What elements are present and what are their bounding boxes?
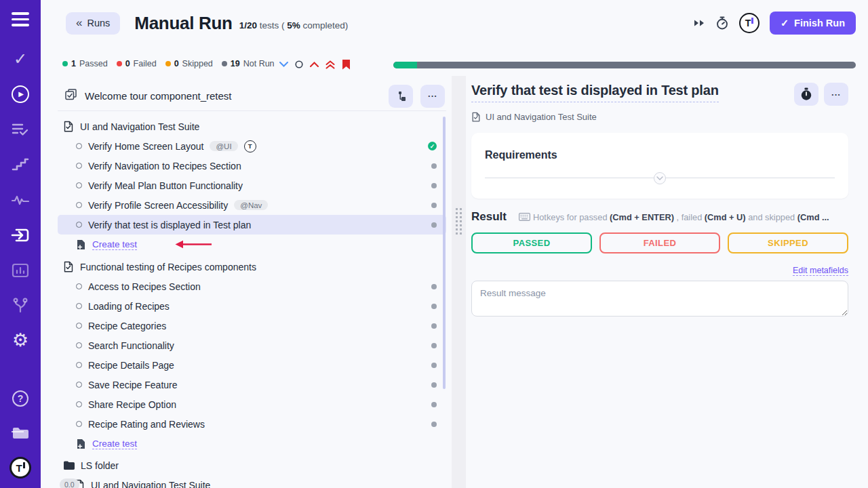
- fast-forward-icon[interactable]: [694, 18, 705, 28]
- top-header: « Runs Manual Run 1/20 tests ( 5% comple…: [41, 0, 868, 46]
- test-row[interactable]: Verify Profile Screen Accessibility @Nav: [58, 195, 446, 215]
- back-to-runs-button[interactable]: « Runs: [66, 12, 120, 35]
- passed-button[interactable]: PASSED: [471, 232, 592, 253]
- test-row[interactable]: Recipe Categories: [58, 316, 446, 336]
- test-circle-icon: [76, 382, 82, 388]
- page-title: Manual Run: [134, 13, 232, 34]
- finish-run-button[interactable]: ✓ Finish Run: [770, 12, 856, 35]
- not-run-dot: [431, 343, 437, 348]
- create-test-row: Create test: [58, 434, 446, 453]
- suite-row[interactable]: Functional testing of Recipes components: [58, 257, 446, 277]
- help-icon[interactable]: ?: [11, 389, 30, 408]
- test-tag-badge: @UI: [210, 141, 237, 151]
- chevron-up-icon[interactable]: [310, 62, 319, 67]
- folder-row[interactable]: LS folder: [58, 455, 446, 475]
- test-circle-icon: [76, 283, 82, 289]
- not-run-dot: [431, 382, 437, 388]
- requirements-title: Requirements: [485, 149, 835, 161]
- gear-icon[interactable]: ⚙: [11, 331, 30, 350]
- tree-more-button[interactable]: ...: [420, 85, 445, 108]
- test-row[interactable]: Recipe Rating and Reviews: [58, 414, 446, 434]
- test-circle-icon: [76, 163, 82, 169]
- pulse-icon[interactable]: [11, 190, 30, 209]
- tree-scrollbar[interactable]: [443, 117, 446, 389]
- test-circle-icon: [76, 182, 82, 188]
- test-row[interactable]: Verify Meal Plan Button Functionality: [58, 176, 446, 195]
- test-row[interactable]: Share Recipe Option: [58, 394, 446, 414]
- folder-nav-icon[interactable]: [11, 423, 30, 442]
- drag-grip-icon: [456, 208, 462, 235]
- not-run-dot: [431, 222, 437, 228]
- test-row[interactable]: Verify Navigation to Recipes Section: [58, 156, 446, 176]
- test-circle-icon: [76, 202, 82, 208]
- create-test-row: Create test: [58, 235, 446, 254]
- steps-icon[interactable]: [11, 155, 30, 174]
- suite-row[interactable]: UI and Navigation Test Suite: [58, 475, 446, 488]
- test-label: Recipe Details Page: [88, 360, 174, 371]
- create-test-link[interactable]: Create test: [92, 439, 137, 449]
- test-detail-title[interactable]: Verify that test is displayed in Test pl…: [471, 83, 719, 102]
- chevron-down-icon[interactable]: [279, 62, 288, 67]
- test-row[interactable]: Search Functionality: [58, 336, 446, 355]
- tree-view-button[interactable]: [389, 85, 413, 108]
- annotation-arrow-icon: [174, 240, 212, 249]
- check-icon: ✓: [781, 18, 789, 28]
- hotkeys-hint: Hotkeys for passed (Cmd + ENTER) , faile…: [519, 212, 848, 222]
- edit-metafields-link[interactable]: Edit metafields: [793, 266, 848, 276]
- test-tree-panel: Welcome tour component_retest ... UI and…: [58, 81, 446, 488]
- priority-filter-icons: [279, 59, 351, 70]
- legend-failed: 0Failed: [117, 59, 157, 68]
- suite-doc-icon: [63, 121, 74, 132]
- list-check-icon[interactable]: [11, 120, 30, 139]
- test-row[interactable]: Access to Recipes Section: [58, 277, 446, 296]
- timer-button[interactable]: [794, 83, 818, 106]
- header-testomat-logo[interactable]: T: [739, 13, 760, 33]
- test-circle-icon: [76, 421, 82, 427]
- requirements-divider: [485, 178, 835, 178]
- create-test-link[interactable]: Create test: [92, 239, 137, 250]
- stopwatch-icon[interactable]: [715, 16, 729, 30]
- test-row[interactable]: Verify Home Screen Layout @UI T ✓: [58, 136, 446, 156]
- test-row-selected[interactable]: Verify that test is displayed in Test pl…: [58, 215, 446, 235]
- hamburger-menu-icon[interactable]: [12, 12, 29, 26]
- not-run-dot: [431, 323, 437, 329]
- timer-icon: [800, 87, 812, 101]
- chart-icon[interactable]: [11, 261, 30, 280]
- double-chevron-up-icon[interactable]: [326, 60, 335, 69]
- skipped-button[interactable]: SKIPPED: [728, 232, 848, 253]
- test-label: Loading of Recipes: [88, 301, 170, 312]
- tests-progress-text: 1/20 tests ( 5% completed): [239, 20, 349, 30]
- progress-fill: [393, 62, 417, 68]
- test-circle-icon: [76, 143, 82, 149]
- testomat-logo[interactable]: T: [9, 457, 31, 479]
- not-run-dot: [431, 163, 437, 169]
- run-progress-bar[interactable]: [393, 62, 856, 68]
- detail-more-button[interactable]: ...: [824, 83, 848, 106]
- suite-doc-icon: [471, 112, 481, 122]
- test-label: Search Functionality: [88, 340, 174, 351]
- failed-button[interactable]: FAILED: [599, 232, 720, 253]
- bookmark-icon[interactable]: [342, 59, 351, 70]
- expand-toggle-icon[interactable]: [654, 172, 666, 184]
- test-label: Verify Navigation to Recipes Section: [88, 161, 241, 171]
- not-run-dot: [431, 304, 437, 309]
- check-nav-icon[interactable]: ✓: [11, 49, 30, 68]
- detail-suite-breadcrumb[interactable]: UI and Navigation Test Suite: [471, 112, 848, 122]
- test-label: Verify that test is displayed in Test pl…: [88, 220, 251, 230]
- import-icon[interactable]: [11, 226, 30, 245]
- not-run-dot: [431, 284, 437, 289]
- test-tag-badge: @Nav: [234, 200, 268, 210]
- run-checklist-icon: [64, 88, 77, 104]
- panel-splitter[interactable]: [452, 76, 466, 488]
- suite-label: UI and Navigation Test Suite: [80, 121, 199, 132]
- run-play-icon[interactable]: ▶: [11, 85, 30, 104]
- app-sidebar: ✓ ▶ ⚙ ? T: [0, 0, 41, 488]
- test-label: Verify Profile Screen Accessibility: [88, 200, 228, 211]
- branch-icon[interactable]: [11, 296, 30, 315]
- test-row[interactable]: Recipe Details Page: [58, 355, 446, 375]
- circle-outline-icon[interactable]: [295, 60, 303, 68]
- test-row[interactable]: Loading of Recipes: [58, 296, 446, 316]
- test-row[interactable]: Save Recipe Feature: [58, 375, 446, 394]
- suite-row[interactable]: UI and Navigation Test Suite: [58, 117, 446, 136]
- result-message-input[interactable]: [471, 281, 848, 317]
